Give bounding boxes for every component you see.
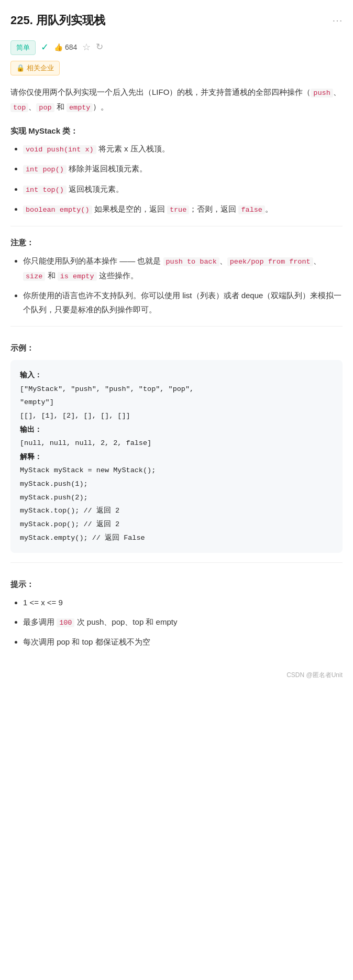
output-label: 输出：	[20, 426, 42, 433]
input-line3: [[], [1], [2], [], [], []]	[20, 412, 130, 420]
hints-title: 提示：	[10, 578, 343, 591]
input-line1: ["MyStack", "push", "push", "top", "pop"…	[20, 385, 194, 393]
list-item: int pop() 移除并返回栈顶元素。	[23, 161, 343, 176]
method-code-pop: int pop()	[23, 165, 67, 174]
example-title: 示例：	[10, 341, 343, 355]
hints-section: 提示： 1 <= x <= 9 最多调用 100 次 push、pop、top …	[10, 578, 343, 649]
list-item: int top() 返回栈顶元素。	[23, 182, 343, 197]
input-line2: "empty"]	[20, 398, 54, 406]
divider-2	[10, 326, 343, 326]
star-icon[interactable]: ☆	[82, 39, 91, 56]
thumbs-up-icon: 👍	[54, 41, 63, 54]
output-line: [null, null, null, 2, 2, false]	[20, 439, 151, 447]
explain-line3: myStack.push(2);	[20, 494, 88, 502]
explain-line5: myStack.pop(); // 返回 2	[20, 520, 119, 528]
tags-row: 简单 ✓ 👍 684 ☆ ↻	[10, 39, 343, 56]
example-box: 输入： ["MyStack", "push", "push", "top", "…	[10, 360, 343, 553]
explain-line1: MyStack myStack = new MyStack();	[20, 466, 156, 474]
divider-3	[10, 562, 343, 563]
difficulty-tag[interactable]: 简单	[10, 40, 36, 55]
problem-number: 225.	[10, 14, 33, 27]
tags-row-2: 🔒 相关企业	[10, 61, 343, 75]
explain-line4: myStack.top(); // 返回 2	[20, 507, 119, 515]
method-code-empty: boolean empty()	[23, 205, 92, 214]
hints-list: 1 <= x <= 9 最多调用 100 次 push、pop、top 和 em…	[10, 595, 343, 649]
input-label: 输入：	[20, 371, 42, 379]
likes-number: 684	[65, 41, 77, 54]
company-label: 相关企业	[27, 62, 54, 74]
hint-code-100: 100	[57, 618, 74, 627]
likes-count[interactable]: 👍 684	[54, 41, 77, 54]
footer: CSDN @匿名者Unit	[10, 670, 343, 680]
list-item: 每次调用 pop 和 top 都保证栈不为空	[23, 635, 343, 649]
explain-label: 解释：	[20, 453, 42, 461]
problem-title: 225. 用队列实现栈	[10, 10, 105, 30]
divider-1	[10, 226, 343, 226]
check-icon: ✓	[41, 39, 49, 56]
note-section: 注意： 你只能使用队列的基本操作 —— 也就是 push to back、pee…	[10, 236, 343, 317]
list-item: 最多调用 100 次 push、pop、top 和 empty	[23, 615, 343, 629]
list-item: boolean empty() 如果栈是空的，返回 true；否则，返回 fal…	[23, 202, 343, 216]
refresh-icon[interactable]: ↻	[96, 40, 103, 55]
list-item: void push(int x) 将元素 x 压入栈顶。	[23, 141, 343, 156]
method-list: void push(int x) 将元素 x 压入栈顶。 int pop() 移…	[10, 141, 343, 216]
company-tag[interactable]: 🔒 相关企业	[10, 61, 60, 75]
implement-label: 实现 MyStack 类：	[10, 124, 343, 138]
problem-title-text: 用队列实现栈	[36, 14, 105, 27]
list-item: 你所使用的语言也许不支持队列。你可以使用 list（列表）或者 deque（双端…	[23, 288, 343, 317]
lock-icon: 🔒	[16, 62, 25, 74]
note-title: 注意：	[10, 236, 343, 249]
method-code-top: int top()	[23, 186, 67, 194]
example-section: 示例： 输入： ["MyStack", "push", "push", "top…	[10, 341, 343, 553]
note-list: 你只能使用队列的基本操作 —— 也就是 push to back、peek/po…	[10, 254, 343, 317]
list-item: 1 <= x <= 9	[23, 595, 343, 609]
problem-description: 请你仅使用两个队列实现一个后入先出（LIFO）的栈，并支持普通栈的全部四种操作（…	[10, 85, 343, 115]
method-code-push: void push(int x)	[23, 145, 96, 154]
list-item: 你只能使用队列的基本操作 —— 也就是 push to back、peek/po…	[23, 254, 343, 284]
explain-line2: myStack.push(1);	[20, 480, 88, 488]
more-icon[interactable]: ⋯	[332, 10, 343, 29]
explain-line6: myStack.empty(); // 返回 False	[20, 534, 145, 542]
